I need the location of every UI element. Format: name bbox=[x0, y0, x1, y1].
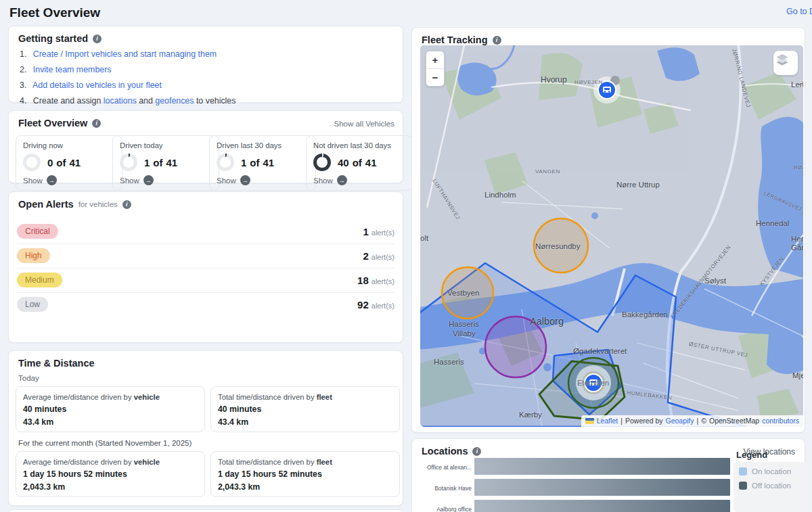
getting-started-step: 1. Create / Import vehicles and start ma… bbox=[20, 47, 235, 62]
info-icon[interactable]: i bbox=[122, 200, 131, 209]
step-link[interactable]: Add details to vehicles in your fleet bbox=[32, 80, 162, 90]
stat-total: 41 bbox=[70, 157, 81, 168]
geoapify-link[interactable]: Geoapify bbox=[665, 417, 694, 425]
map-label-hennedal: Hennedal bbox=[756, 219, 789, 227]
getting-started-card: Getting started i 1. Create / Import veh… bbox=[8, 26, 403, 103]
legend-label: Off location bbox=[752, 482, 791, 490]
step-number: 3. bbox=[20, 80, 26, 90]
legend-title: Legend bbox=[736, 450, 767, 460]
donut-chart bbox=[23, 154, 41, 171]
tile-caption-bold: fleet bbox=[317, 458, 332, 466]
step-link[interactable]: Invite team members bbox=[33, 65, 112, 74]
step-link[interactable]: Create / Import vehicles and start manag… bbox=[33, 49, 217, 59]
fleet-tracking-title: Fleet Tracking bbox=[422, 34, 488, 45]
getting-started-step: 4. Create and assign locations and geofe… bbox=[20, 93, 235, 109]
alert-unit: alert(s) bbox=[371, 253, 394, 261]
severity-badge: Medium bbox=[17, 273, 62, 287]
alert-count: 92 bbox=[357, 299, 369, 310]
severity-badge: Critical bbox=[17, 224, 58, 239]
tile-caption-bold: vehicle bbox=[134, 393, 160, 401]
stat-of: of bbox=[250, 157, 259, 168]
avg-month-tile: Average time/distance driven by vehicle … bbox=[16, 451, 205, 497]
tile-caption: Average time/distance driven by bbox=[23, 458, 134, 466]
step-text: to vehicles bbox=[194, 96, 235, 106]
time-value: 1 day 15 hours 52 minutes bbox=[218, 469, 392, 479]
map-attribution: Leaflet | Powered by Geoapify | © OpenSt… bbox=[581, 415, 803, 427]
show-button[interactable]: Show→ bbox=[217, 175, 250, 185]
alert-row-medium: Medium 18alert(s) bbox=[17, 268, 394, 293]
zoom-in-button[interactable]: + bbox=[426, 51, 444, 69]
fleet-overview-title: Fleet Overview bbox=[18, 118, 87, 129]
vehicle-icon bbox=[603, 87, 611, 93]
arrow-right-icon: → bbox=[337, 175, 347, 185]
map-label-ogadekvarteret: Øgadekvarteret bbox=[573, 347, 627, 355]
tile-caption-bold: vehicle bbox=[134, 458, 160, 466]
time-distance-title: Time & Distance bbox=[18, 358, 95, 369]
distance-value: 43.4 km bbox=[218, 417, 392, 427]
month-label: For the current month (Started November … bbox=[18, 439, 191, 447]
info-icon[interactable]: i bbox=[92, 119, 101, 128]
show-button[interactable]: Show→ bbox=[313, 175, 347, 185]
contributors-link[interactable]: contributors bbox=[762, 417, 799, 425]
leaflet-link[interactable]: Leaflet bbox=[597, 417, 618, 425]
severity-badge: Low bbox=[17, 297, 48, 312]
show-button[interactable]: Show→ bbox=[120, 175, 154, 185]
stat-of: of bbox=[56, 157, 66, 168]
getting-started-step: 3. Add details to vehicles in your fleet bbox=[20, 78, 235, 93]
map-label-eternitten: Eternitten bbox=[577, 379, 609, 387]
alert-unit: alert(s) bbox=[371, 277, 394, 285]
zoom-out-button[interactable]: − bbox=[426, 69, 444, 86]
avg-today-tile: Average time/distance driven by vehicle … bbox=[16, 386, 205, 432]
distance-value: 43.4 km bbox=[23, 417, 198, 427]
alert-count: 2 bbox=[363, 250, 368, 262]
info-icon[interactable]: i bbox=[472, 447, 481, 456]
step-text: and bbox=[137, 96, 156, 106]
location-bar[interactable] bbox=[474, 458, 730, 475]
info-icon[interactable]: i bbox=[493, 36, 501, 45]
fleet-dashboard: Fleet Overview Go to Doc Getting started… bbox=[0, 0, 812, 512]
open-alerts-subtitle: for vehicles bbox=[78, 200, 118, 208]
map-label-lindholm: Lindholm bbox=[484, 191, 516, 199]
locations-link[interactable]: locations bbox=[104, 96, 137, 106]
stat-value: 40 bbox=[338, 157, 349, 168]
show-button[interactable]: Show→ bbox=[23, 175, 57, 185]
location-bar-label: Aalborg office bbox=[418, 506, 472, 512]
stat-label: Driven last 30 days bbox=[217, 141, 309, 149]
copyright-text: © bbox=[701, 417, 706, 425]
stat-tile-driven-30-days: Driven last 30 days 1of41 Show→ bbox=[209, 135, 316, 191]
arrow-right-icon: → bbox=[143, 175, 154, 185]
getting-started-step: 2. Invite team members bbox=[20, 62, 235, 78]
map-label-bakkegaarden: Bakkegården bbox=[622, 310, 668, 319]
stat-label: Driving now bbox=[23, 141, 115, 149]
geofences-link[interactable]: geofences bbox=[155, 96, 194, 106]
donut-chart bbox=[217, 154, 234, 171]
info-icon[interactable]: i bbox=[93, 34, 102, 43]
ukraine-flag-icon bbox=[585, 418, 594, 424]
distance-value: 2,043.3 km bbox=[23, 482, 198, 492]
stat-total: 41 bbox=[166, 157, 178, 168]
layers-button[interactable] bbox=[773, 51, 798, 75]
location-bar[interactable] bbox=[474, 479, 730, 496]
map-label-aalborg: Aalborg bbox=[530, 316, 564, 327]
stat-tile-not-driven-30-days: Not driven last 30 days 40of41 Show→ bbox=[306, 135, 413, 191]
tile-caption-bold: fleet bbox=[317, 393, 332, 401]
time-value: 40 minutes bbox=[218, 404, 392, 414]
alert-count: 1 bbox=[363, 226, 368, 237]
total-today-tile: Total time/distance driven by fleet 40 m… bbox=[210, 386, 400, 432]
arrow-right-icon: → bbox=[47, 175, 57, 185]
time-value: 1 day 15 hours 52 minutes bbox=[23, 469, 198, 479]
layers-icon bbox=[773, 51, 791, 68]
locations-card: Locations i View locations Office at ale… bbox=[411, 438, 805, 512]
time-distance-card: Time & Distance Today Average time/dista… bbox=[8, 350, 403, 506]
stat-label: Not driven last 30 days bbox=[313, 141, 405, 149]
page-title: Fleet Overview bbox=[9, 5, 100, 20]
time-value: 40 minutes bbox=[23, 404, 198, 414]
go-to-doc-link[interactable]: Go to Doc bbox=[786, 7, 812, 16]
leaflet-map[interactable]: Hvorup HØVEJEN JØRRING LANDEVEJ Lerba VA… bbox=[420, 45, 803, 427]
show-all-vehicles-link[interactable]: Show all Vehicles bbox=[334, 120, 395, 128]
legend-entry-off-location: Off location bbox=[739, 482, 803, 490]
legend-box: On location Off location bbox=[734, 462, 808, 512]
location-bar[interactable] bbox=[474, 500, 730, 512]
legend-entry-on-location: On location bbox=[739, 467, 803, 475]
map-label-hasseris-villaby-1: Hasseris bbox=[449, 320, 479, 328]
